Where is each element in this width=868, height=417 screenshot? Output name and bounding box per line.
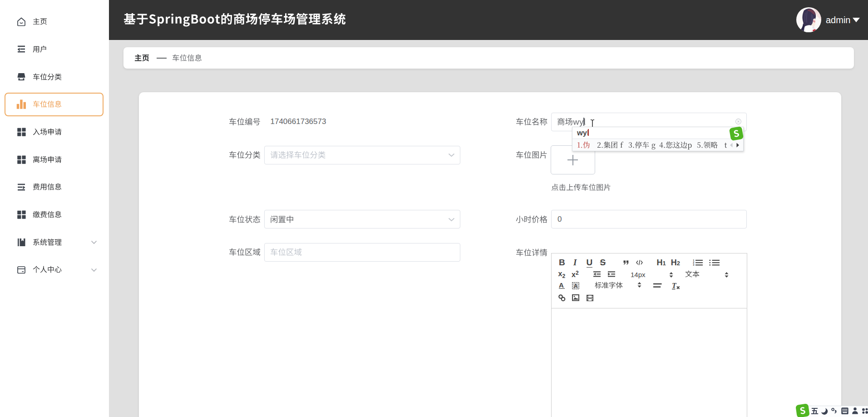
svg-text:T: T	[672, 282, 677, 289]
svg-text:3: 3	[693, 263, 694, 266]
svg-text:A: A	[573, 283, 577, 289]
